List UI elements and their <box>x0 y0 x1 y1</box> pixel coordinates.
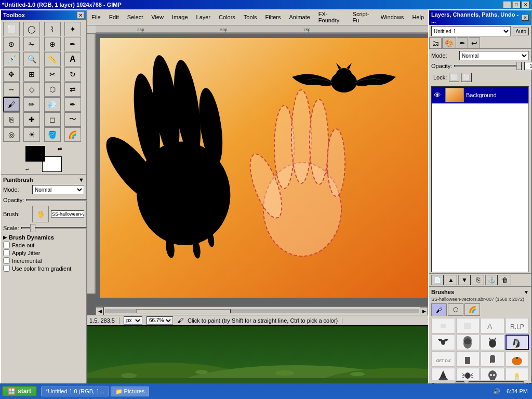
brush-cell-pumpkin[interactable] <box>506 351 529 367</box>
flip-tool[interactable]: ⇄ <box>64 82 81 97</box>
swap-colors-button[interactable]: ⇄ <box>58 146 62 152</box>
dodge-tool[interactable]: ☀ <box>23 127 40 142</box>
menu-image[interactable]: Image <box>168 13 192 21</box>
fuzzy-select-tool[interactable]: ✦ <box>64 22 81 36</box>
pencil-tool[interactable]: ✏ <box>23 97 40 112</box>
duplicate-layer-button[interactable]: ⎘ <box>472 275 484 285</box>
foreground-color-box[interactable] <box>25 146 45 162</box>
brush-tab-patterns[interactable]: ⬡ <box>448 303 463 316</box>
start-button[interactable]: 🪟 start <box>2 386 37 396</box>
foreground-select-tool[interactable]: ⊕ <box>44 37 61 51</box>
paths-tab[interactable]: ✒ <box>457 37 468 48</box>
brush-cell-2[interactable] <box>456 318 480 334</box>
menu-script-fu[interactable]: Script-Fu <box>349 10 377 24</box>
lower-layer-button[interactable]: ▼ <box>458 275 471 285</box>
layer-opacity-input[interactable] <box>524 62 532 70</box>
paintbrush-tool[interactable]: 🖌 <box>3 97 20 112</box>
crop-tool[interactable]: ✂ <box>44 67 61 82</box>
brush-dynamics-header[interactable]: ▶ Brush Dynamics <box>3 234 84 241</box>
rect-select-tool[interactable]: ⬜ <box>3 22 20 36</box>
brush-cell-3[interactable]: A <box>481 318 504 334</box>
reset-colors-button[interactable]: ↩ <box>25 167 29 172</box>
taskbar-item-gimp[interactable]: *Untitled-1.0 (RGB, 1... <box>41 387 109 396</box>
scissors-tool[interactable]: ✁ <box>23 37 40 51</box>
fade-out-checkbox[interactable] <box>3 242 10 248</box>
layers-close-button[interactable]: ✕ <box>522 15 529 21</box>
scale-slider[interactable] <box>21 227 89 229</box>
menu-edit[interactable]: Edit <box>105 13 123 21</box>
blend-tool[interactable]: 🌈 <box>64 127 81 142</box>
menu-select[interactable]: Select <box>123 13 148 21</box>
layer-mode-select[interactable]: Normal Dissolve Multiply <box>459 51 529 60</box>
menu-file[interactable]: File <box>87 13 105 21</box>
apply-jitter-checkbox[interactable] <box>3 249 10 256</box>
brush-preview[interactable]: 🖐 <box>32 206 49 222</box>
rotate-tool[interactable]: ↻ <box>64 67 81 82</box>
scale-tool[interactable]: ↔ <box>3 82 20 97</box>
brush-cell-1[interactable] <box>431 318 455 334</box>
layer-select[interactable]: Untitled-1 <box>431 26 511 36</box>
menu-help[interactable]: Help <box>408 13 428 21</box>
free-select-tool[interactable]: ⌇ <box>44 22 61 36</box>
select-by-color-tool[interactable]: ⊛ <box>3 37 20 51</box>
minimize-button[interactable]: _ <box>503 1 511 8</box>
perspective-tool[interactable]: ⬡ <box>44 82 61 97</box>
brush-cell-skull[interactable] <box>481 368 504 380</box>
brushes-options-button[interactable]: ▼ <box>524 289 529 295</box>
eraser-tool[interactable]: ◻ <box>44 112 61 127</box>
taskbar-item-pictures[interactable]: 📁 Pictures <box>111 387 150 396</box>
auto-button[interactable]: Auto <box>513 28 529 35</box>
airbrush-tool[interactable]: 💨 <box>44 97 61 112</box>
brush-cell-bat[interactable] <box>431 335 455 350</box>
brush-cell-candle[interactable] <box>506 368 529 380</box>
raise-layer-button[interactable]: ▲ <box>445 275 457 285</box>
brush-cell-text-getout[interactable]: GET OUT <box>431 351 455 367</box>
unit-select[interactable]: px in cm <box>124 316 142 325</box>
brush-cell-hand[interactable] <box>506 335 529 350</box>
lock-pixels-button[interactable]: ⬜ <box>449 73 459 82</box>
bucket-fill-tool[interactable]: 🪣 <box>44 127 61 142</box>
lock-alpha-button[interactable]: ⬜ <box>461 73 472 82</box>
menu-layer[interactable]: Layer <box>192 13 215 21</box>
menu-fx-foundry[interactable]: FX-Foundry <box>314 10 349 24</box>
smudge-tool[interactable]: 〜 <box>64 112 81 127</box>
horizontal-scrollbar[interactable]: ◀ ▶ <box>96 307 428 315</box>
brush-tab-gradients[interactable]: 🌈 <box>464 303 480 316</box>
layer-opacity-slider[interactable] <box>454 65 522 67</box>
layers-tab[interactable]: 🗂 <box>429 37 442 48</box>
brush-cell-tombstone[interactable] <box>456 351 480 367</box>
blur-tool[interactable]: ◎ <box>3 127 20 142</box>
zoom-select[interactable]: 66.7% 100% 50% <box>147 316 173 325</box>
move-tool[interactable]: ✥ <box>3 67 20 82</box>
menu-view[interactable]: View <box>147 13 168 21</box>
toolbox-close-button[interactable]: ✕ <box>77 11 84 19</box>
clone-tool[interactable]: ⎘ <box>3 112 20 127</box>
new-layer-button[interactable]: 📄 <box>431 275 444 285</box>
menu-colors[interactable]: Colors <box>215 13 240 21</box>
heal-tool[interactable]: ✚ <box>23 112 40 127</box>
paths-tool[interactable]: ✒ <box>64 37 81 51</box>
incremental-checkbox[interactable] <box>3 257 10 264</box>
channels-tab[interactable]: 🎨 <box>442 37 456 48</box>
use-color-checkbox[interactable] <box>3 265 10 272</box>
menu-windows[interactable]: Windows <box>377 13 408 21</box>
brush-cell-witch[interactable] <box>431 368 455 380</box>
scroll-right-button[interactable]: ▶ <box>420 307 428 315</box>
menu-animate[interactable]: Animate <box>285 13 314 21</box>
scroll-thumb[interactable] <box>136 309 230 313</box>
scroll-left-button[interactable]: ◀ <box>96 307 104 315</box>
menu-tools[interactable]: Tools <box>240 13 261 21</box>
layer-item-background[interactable]: 👁 Background <box>432 87 528 104</box>
menu-filters[interactable]: Filters <box>261 13 285 21</box>
color-picker-tool[interactable]: 💉 <box>3 52 20 66</box>
brush-cell-ghost2[interactable] <box>481 351 504 367</box>
zoom-tool[interactable]: 🔍 <box>23 52 40 66</box>
brush-tab-paintbrush[interactable]: 🖌 <box>431 303 447 316</box>
maximize-button[interactable]: □ <box>512 1 521 8</box>
undo-tab[interactable]: ↩ <box>469 37 480 48</box>
close-button[interactable]: ✕ <box>522 1 530 8</box>
canvas-wrapper[interactable] <box>87 34 428 304</box>
canvas-area[interactable]: ◀ ▶ <box>87 34 428 315</box>
opacity-slider[interactable] <box>26 199 94 201</box>
ink-tool[interactable]: ✒ <box>64 97 81 112</box>
